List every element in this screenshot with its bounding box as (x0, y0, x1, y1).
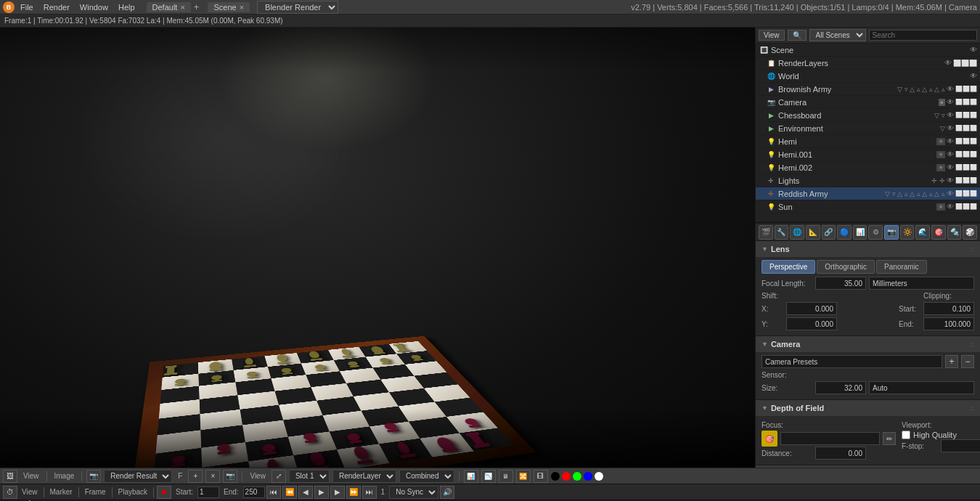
dof-pencil-btn[interactable]: ✏ (883, 432, 896, 445)
compositor-btn[interactable]: 🔀 (516, 470, 531, 483)
lights-eye[interactable]: 👁 (947, 176, 954, 184)
reddish-army-eye[interactable]: 👁 (947, 190, 954, 197)
sensor-size-input[interactable] (815, 381, 866, 394)
prev-frame-btn[interactable]: ⏪ (282, 486, 297, 499)
prop-btn-shapekeys[interactable]: 🔩 (947, 225, 962, 240)
prop-btn-scene[interactable]: 🔧 (775, 225, 789, 240)
menu-file[interactable]: File (16, 3, 38, 12)
view-expand-btn[interactable]: ⤢ (271, 470, 286, 483)
prop-btn-data[interactable]: 🎲 (963, 225, 977, 240)
hemi002-eye[interactable]: 👁 (947, 163, 954, 171)
scene-tab-close[interactable]: × (240, 3, 244, 12)
prop-btn-render[interactable]: 🎬 (759, 225, 773, 240)
tree-item-environment[interactable]: ▶ Environment ▽ 👁 ⬜⬜⬜ (756, 122, 980, 135)
sensor-unit-input[interactable] (869, 381, 974, 394)
scope-btn[interactable]: 📉 (481, 470, 496, 483)
prop-btn-particles[interactable]: 📊 (853, 225, 867, 240)
tree-item-reddish-army[interactable]: ✛ Reddish Army ▽ ▿ △ ▵ △ ▵ △ ▵ △ ▵ 👁 ⬜⬜⬜ (756, 187, 980, 200)
tree-item-hemi001[interactable]: 💡 Hemi.001 ☀ 👁 ⬜⬜⬜ (756, 148, 980, 161)
start-input[interactable] (923, 302, 974, 315)
tree-item-camera[interactable]: 📷 Camera ● 👁 ⬜⬜⬜ (756, 96, 980, 109)
end-frame-input[interactable] (243, 486, 265, 498)
tree-item-hemi[interactable]: 💡 Hemi ☀ 👁 ⬜⬜⬜ (756, 135, 980, 148)
render-btn[interactable]: 🖥 (499, 470, 513, 483)
renderlayer-dropdown[interactable]: RenderLayer (332, 470, 396, 483)
prop-btn-object[interactable]: 📐 (806, 225, 820, 240)
color-circle-blue[interactable] (584, 472, 592, 481)
prev-key-btn[interactable]: ◀ (298, 486, 313, 499)
tree-item-renderlayers[interactable]: 📋 RenderLayers 👁 ⬜⬜⬜ (756, 57, 980, 70)
layout-tab-close[interactable]: × (180, 3, 184, 12)
tab-panoramic[interactable]: Panoramic (876, 260, 927, 274)
prop-btn-camera[interactable]: 📷 (884, 225, 899, 240)
next-frame-btn[interactable]: ⏩ (346, 486, 361, 499)
camera-section-header[interactable]: ▼ Camera :: (756, 336, 980, 352)
focal-length-unit-input[interactable] (869, 277, 974, 290)
prop-btn-bones[interactable]: 🎯 (931, 225, 946, 240)
outliner-search-btn[interactable]: 🔍 (788, 30, 807, 41)
color-circle-red[interactable] (562, 472, 571, 481)
tab-perspective[interactable]: Perspective (761, 260, 815, 274)
end-input[interactable] (923, 317, 974, 330)
viewport[interactable] (0, 28, 755, 468)
dof-section-header[interactable]: ▼ Depth of Field :: (756, 400, 980, 416)
brownish-army-eye[interactable]: 👁 (947, 85, 954, 93)
prop-btn-constraints[interactable]: 🔗 (822, 225, 836, 240)
render-result-dropdown[interactable]: Render Result (104, 470, 172, 483)
dof-focus-icon[interactable]: 🎯 (761, 431, 777, 447)
menu-help[interactable]: Help (114, 3, 139, 12)
sync-dropdown[interactable]: No Sync (389, 486, 438, 499)
outliner-view-btn[interactable]: View (759, 30, 785, 41)
hemi001-eye[interactable]: 👁 (947, 150, 954, 158)
tree-item-brownish-army[interactable]: ▶ Brownish Army ▽ ▿ △ ▵ △ ▵ △ ▵ 👁 ⬜⬜⬜ (756, 83, 980, 96)
histogram-btn[interactable]: 📊 (464, 470, 478, 483)
audio-btn[interactable]: 🔊 (440, 486, 454, 499)
scene-tab[interactable]: Scene × (208, 2, 250, 12)
display-section-header[interactable]: ▼ Display :: (756, 465, 980, 468)
prop-btn-modifier[interactable]: 🔵 (837, 225, 852, 240)
record-btn[interactable]: ⏺ (157, 486, 171, 499)
add-render-btn[interactable]: + (188, 470, 203, 483)
menu-window[interactable]: Window (75, 3, 113, 12)
fstop-input[interactable] (941, 439, 980, 452)
sun-eye[interactable]: 👁 (947, 203, 954, 211)
y-input[interactable] (786, 317, 837, 330)
dof-distance-input[interactable] (780, 432, 880, 445)
renderlayers-eye[interactable]: 👁 (944, 59, 952, 67)
chessboard-eye[interactable]: 👁 (947, 111, 954, 119)
tree-item-world[interactable]: 🌐 World 👁 (756, 70, 980, 83)
world-eye[interactable]: 👁 (970, 72, 977, 80)
prop-btn-textures[interactable]: 🌊 (915, 225, 930, 240)
tab-orthographic[interactable]: Orthographic (817, 260, 875, 274)
camera-presets-input[interactable] (761, 355, 942, 368)
jump-start-btn[interactable]: ⏮ (266, 486, 281, 499)
add-tab-btn[interactable]: + (194, 1, 200, 12)
img-editor-type-btn[interactable]: 🖼 (3, 470, 17, 483)
render-result-icon[interactable]: 📷 (86, 470, 101, 483)
camera2-btn[interactable]: 📷 (223, 470, 237, 483)
color-circle-white[interactable] (595, 472, 603, 481)
combined-dropdown[interactable]: Combined (399, 470, 454, 483)
tree-item-chessboard[interactable]: ▶ Chessboard ▽ ▿ 👁 ⬜⬜⬜ (756, 109, 980, 122)
color-circle-green[interactable] (573, 472, 581, 481)
hemi-eye[interactable]: 👁 (947, 137, 954, 145)
jump-end-btn[interactable]: ⏭ (362, 486, 377, 499)
sequencer-btn[interactable]: 🎞 (534, 470, 548, 483)
camera-presets-minus[interactable]: − (961, 355, 974, 368)
next-key-btn[interactable]: ▶ (330, 486, 345, 499)
timeline-type-btn[interactable]: ⏱ (3, 486, 17, 499)
lens-section-header[interactable]: ▼ Lens :: (756, 241, 980, 257)
x-input[interactable] (786, 302, 837, 315)
environment-eye[interactable]: 👁 (947, 124, 954, 132)
tree-item-hemi002[interactable]: 💡 Hemi.002 ☀ 👁 ⬜⬜⬜ (756, 161, 980, 174)
tree-item-lights[interactable]: ✛ Lights ✛ ✛ 👁 ⬜⬜⬜ (756, 174, 980, 187)
camera-eye[interactable]: 👁 (947, 98, 954, 106)
distance-input[interactable] (815, 447, 866, 460)
eye-icon[interactable]: 👁 (970, 46, 977, 54)
camera-presets-plus[interactable]: + (945, 355, 958, 368)
all-scenes-dropdown[interactable]: All Scenes (809, 29, 866, 41)
prop-btn-world[interactable]: 🌐 (790, 225, 804, 240)
play-btn[interactable]: ▶ (314, 486, 329, 499)
layout-tab[interactable]: Default × (147, 2, 191, 12)
prop-btn-materials[interactable]: 🔆 (900, 225, 915, 240)
